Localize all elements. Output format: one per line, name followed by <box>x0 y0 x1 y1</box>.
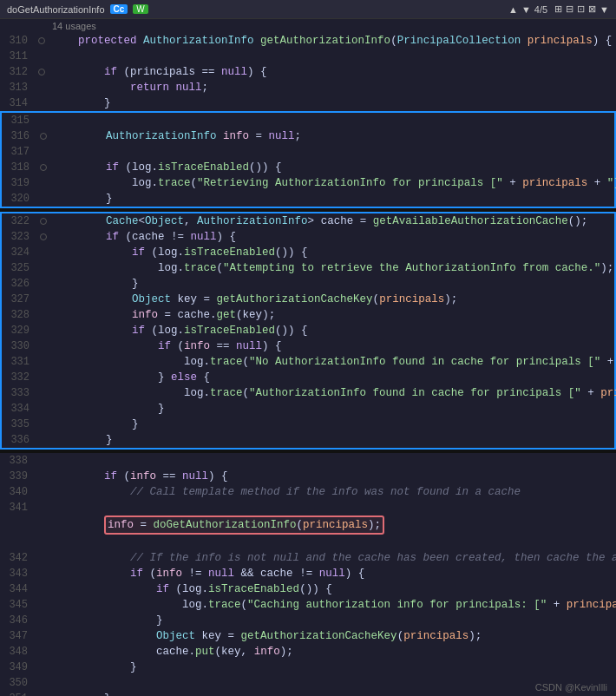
line-num-316: 316 <box>2 128 36 144</box>
code-line-332: 332 } else { <box>2 370 614 385</box>
line-num-323: 323 <box>2 229 36 245</box>
blue-section-2: 322 Cache<Object, AuthorizationInfo> cac… <box>0 212 616 450</box>
gutter-338 <box>35 453 49 469</box>
gutter-342 <box>35 550 49 566</box>
line-content-311 <box>49 49 616 64</box>
line-content-328: info = cache.get(key); <box>50 307 614 323</box>
line-content-324: if (log.isTraceEnabled()) { <box>50 245 614 260</box>
nav-icon4: ⊠ <box>588 3 596 15</box>
line-num-325: 325 <box>2 260 36 276</box>
gutter-318 <box>36 160 50 175</box>
line-num-318: 318 <box>2 160 36 175</box>
code-line-329: 329 if (log.isTraceEnabled()) { <box>2 323 614 338</box>
gutter-340 <box>35 484 49 500</box>
line-content-334: } <box>50 401 614 417</box>
line-num-333: 333 <box>2 385 36 401</box>
gutter-329 <box>36 323 50 338</box>
code-line-312: 312 if (principals == null) { <box>0 64 616 80</box>
watermark: CSDN @KevinIlli <box>535 682 607 693</box>
code-line-322: 322 Cache<Object, AuthorizationInfo> cac… <box>2 213 614 229</box>
gutter-317 <box>36 144 50 160</box>
line-content-343: if (info != null && cache != null) { <box>49 566 616 581</box>
editor-window: doGetAuthorizationInfo Cc W ▲ ▼ 4/5 ⊞ ⊟ … <box>0 0 616 696</box>
gutter-351 <box>35 691 49 696</box>
code-line-333: 333 log.trace("AuthorizationInfo found i… <box>2 385 614 401</box>
gutter-330 <box>36 338 50 354</box>
gutter-325 <box>36 260 50 276</box>
line-content-336: } <box>50 432 614 448</box>
code-line-319: 319 log.trace("Retrieving AuthorizationI… <box>2 175 614 191</box>
line-num-312: 312 <box>0 64 35 80</box>
code-line-325: 325 log.trace("Attempting to retrieve th… <box>2 260 614 276</box>
code-line-331: 331 log.trace("No AuthorizationInfo foun… <box>2 354 614 370</box>
line-content-314: } <box>49 95 616 111</box>
line-num-335: 335 <box>2 417 36 432</box>
code-line-338: 338 <box>0 453 616 469</box>
gutter-344 <box>35 581 49 597</box>
line-num-345: 345 <box>0 597 35 613</box>
line-content-329: if (log.isTraceEnabled()) { <box>50 323 614 338</box>
code-line-336: 336 } <box>2 432 614 448</box>
code-line-326: 326 } <box>2 276 614 292</box>
gutter-347 <box>35 628 49 644</box>
line-content-315 <box>50 113 614 128</box>
line-content-333: log.trace("AuthorizationInfo found in ca… <box>50 385 616 401</box>
code-line-311: 311 <box>0 49 616 64</box>
gutter-345 <box>35 597 49 613</box>
line-num-344: 344 <box>0 581 35 597</box>
nav-arrows-up[interactable]: ▲ <box>508 4 518 15</box>
code-line-310: 310 protected AuthorizationInfo getAutho… <box>0 33 616 49</box>
line-num-349: 349 <box>0 660 35 675</box>
gutter-341 <box>35 500 49 550</box>
nav-counter: ▲ ▼ 4/5 ⊞ ⊟ ⊡ ⊠ ▼ <box>508 3 609 15</box>
code-line-351: 351 } <box>0 691 616 696</box>
line-content-349: } <box>49 660 616 675</box>
code-line-318: 318 if (log.isTraceEnabled()) { <box>2 160 614 175</box>
line-num-336: 336 <box>2 432 36 448</box>
gutter-332 <box>36 370 50 385</box>
gutter-328 <box>36 307 50 323</box>
gutter-333 <box>36 385 50 401</box>
code-line-343: 343 if (info != null && cache != null) { <box>0 566 616 581</box>
code-line-313: 313 return null; <box>0 80 616 95</box>
line-content-351: } <box>49 691 616 696</box>
w-badge: W <box>133 4 147 14</box>
code-line-320: 320 } <box>2 191 614 207</box>
code-line-349: 349 } <box>0 660 616 675</box>
nav-icon1: ⊞ <box>554 3 562 15</box>
line-num-317: 317 <box>2 144 36 160</box>
line-content-348: cache.put(key, info); <box>49 644 616 660</box>
line-num-340: 340 <box>0 484 35 500</box>
line-content-350 <box>49 675 616 691</box>
code-line-316: 316 AuthorizationInfo info = null; <box>2 128 614 144</box>
gutter-323 <box>36 229 50 245</box>
line-content-317 <box>50 144 614 160</box>
title-bar: doGetAuthorizationInfo Cc W ▲ ▼ 4/5 ⊞ ⊟ … <box>0 0 616 19</box>
line-content-312: if (principals == null) { <box>49 64 616 80</box>
code-line-334: 334 } <box>2 401 614 417</box>
gutter-343 <box>35 566 49 581</box>
line-content-323: if (cache != null) { <box>50 229 614 245</box>
line-content-326: } <box>50 276 614 292</box>
blue-section-1: 315 316 AuthorizationInfo info = null; 3… <box>0 111 616 208</box>
nav-count: 4/5 <box>534 4 547 15</box>
code-line-339: 339 if (info == null) { <box>0 469 616 484</box>
line-num-311: 311 <box>0 49 35 64</box>
gutter-316 <box>36 128 50 144</box>
gutter-346 <box>35 613 49 628</box>
line-content-319: log.trace("Retrieving AuthorizationInfo … <box>50 175 616 191</box>
filter-icon[interactable]: ▼ <box>600 4 609 15</box>
gutter-327 <box>36 292 50 307</box>
code-line-344: 344 if (log.isTraceEnabled()) { <box>0 581 616 597</box>
line-num-346: 346 <box>0 613 35 628</box>
gutter-319 <box>36 175 50 191</box>
nav-icon3: ⊡ <box>577 3 585 15</box>
nav-arrows-down[interactable]: ▼ <box>521 4 531 15</box>
line-num-348: 348 <box>0 644 35 660</box>
line-num-334: 334 <box>2 401 36 417</box>
line-content-325: log.trace("Attempting to retrieve the Au… <box>50 260 616 276</box>
code-line-317: 317 <box>2 144 614 160</box>
code-line-324: 324 if (log.isTraceEnabled()) { <box>2 245 614 260</box>
gutter-313 <box>35 80 49 95</box>
code-line-335: 335 } <box>2 417 614 432</box>
